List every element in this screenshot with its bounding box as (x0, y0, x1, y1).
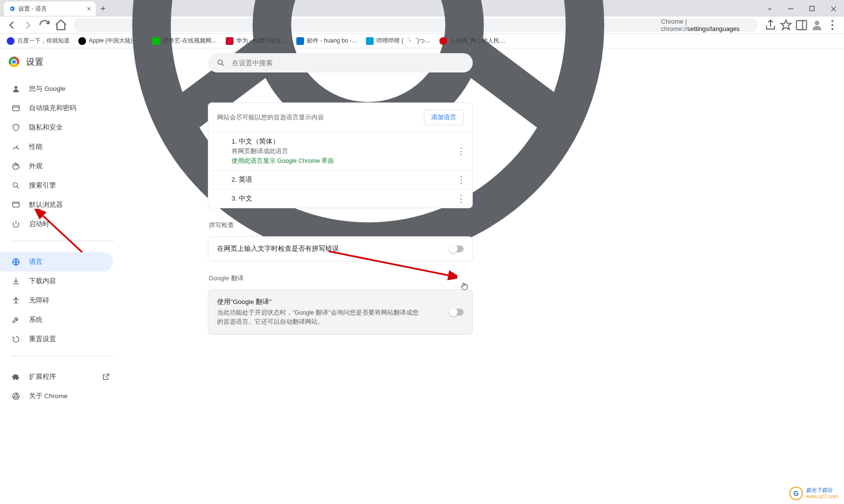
download-icon (12, 277, 20, 286)
svg-rect-0 (788, 8, 793, 9)
more-icon[interactable]: ⋮ (457, 193, 466, 204)
bookmark-item[interactable]: 人民网_网上的人民… (439, 37, 506, 45)
favicon (296, 37, 304, 45)
svg-rect-18 (13, 202, 19, 207)
side-panel-button[interactable] (795, 18, 808, 32)
google-translate-card: 使用"Google 翻译" 当此功能处于开启状态时，"Google 翻译"会询问… (208, 289, 473, 335)
chrome-logo-icon (9, 57, 19, 67)
sidebar-item-downloads[interactable]: 下载内容 (0, 272, 113, 291)
maximize-button[interactable] (801, 1, 823, 16)
settings-search-input[interactable] (232, 59, 464, 67)
svg-point-9 (831, 28, 833, 30)
sidebar-item-languages[interactable]: 语言 (0, 252, 113, 272)
preferred-languages-hint: 网站会尽可能以您的首选语言显示内容 (217, 113, 324, 122)
accessibility-icon (12, 296, 20, 305)
spell-check-toggle[interactable] (450, 245, 464, 252)
svg-point-10 (218, 60, 222, 64)
home-button[interactable] (54, 18, 68, 32)
settings-search[interactable] (208, 53, 473, 72)
bookmark-item[interactable]: Apple (中国大陆) - … (78, 37, 144, 45)
sidebar-item-reset[interactable]: 重置设置 (0, 330, 113, 349)
svg-point-15 (15, 164, 16, 165)
language-item: 2. 英语 ⋮ (208, 170, 472, 189)
svg-rect-1 (809, 6, 814, 10)
shield-icon (12, 123, 20, 132)
window-close-button[interactable] (823, 1, 844, 16)
browser-icon (12, 201, 20, 209)
language-item: 1. 中文（简体） 将网页翻译成此语言 使用此语言显示 Google Chrom… (208, 132, 472, 170)
svg-point-8 (831, 24, 833, 26)
chrome-icon (12, 392, 20, 401)
sidebar-item-appearance[interactable]: 外观 (0, 157, 113, 176)
sidebar-item-performance[interactable]: 性能 (0, 137, 113, 157)
sidebar-item-you-and-google[interactable]: 您与 Google (0, 79, 113, 99)
toolbar: Chrome | chrome://settings/languages (0, 16, 844, 34)
bookmark-item[interactable]: 邮件 - huang bo -… (296, 37, 357, 45)
tabs-dropdown-button[interactable] (759, 1, 780, 16)
content: 首选语言 网站会尽可能以您的首选语言显示内容 添加语言 1. 中文（简体） 将网… (125, 75, 844, 406)
more-icon[interactable]: ⋮ (457, 146, 466, 157)
bookmark-star-button[interactable] (779, 18, 793, 32)
language-item: 3. 中文 ⋮ (208, 189, 472, 208)
watermark-logo-icon: G (789, 487, 803, 500)
preferred-languages-card: 网站会尽可能以您的首选语言显示内容 添加语言 1. 中文（简体） 将网页翻译成此… (208, 102, 473, 208)
page-title: 设置 (26, 56, 44, 68)
sidebar-item-system[interactable]: 系统 (0, 310, 113, 330)
window-controls (759, 1, 844, 16)
favicon (152, 37, 160, 45)
reload-button[interactable] (38, 18, 51, 32)
svg-point-17 (13, 183, 17, 187)
globe-icon (12, 258, 20, 266)
favicon (7, 37, 15, 45)
person-icon (12, 85, 20, 93)
google-translate-toggle[interactable] (450, 309, 464, 316)
svg-point-22 (13, 393, 19, 400)
svg-point-21 (15, 297, 17, 299)
sidebar-item-accessibility[interactable]: 无障碍 (0, 291, 113, 310)
sidebar-item-privacy[interactable]: 隐私和安全 (0, 118, 113, 137)
back-button[interactable] (5, 18, 18, 32)
share-button[interactable] (764, 18, 777, 32)
tab-title: 设置 - 语言 (18, 5, 47, 13)
minimize-button[interactable] (780, 1, 801, 16)
power-icon (12, 220, 20, 229)
sidebar-item-startup[interactable]: 启动时 (0, 215, 113, 234)
bookmark-item[interactable]: 百度一下，你就知道 (7, 37, 70, 45)
speed-icon (12, 143, 20, 151)
svg-point-11 (15, 86, 17, 89)
google-translate-label: 使用"Google 翻译" (217, 298, 450, 306)
close-icon[interactable]: × (87, 5, 91, 13)
menu-button[interactable] (826, 18, 839, 32)
forward-button[interactable] (21, 18, 35, 32)
url-scheme: Chrome (661, 18, 684, 25)
add-language-button[interactable]: 添加语言 (424, 110, 464, 125)
sidebar-item-autofill[interactable]: 自动填充和密码 (0, 99, 113, 118)
google-translate-desc: 当此功能处于开启状态时，"Google 翻译"会询问您是否要将网站翻译成您的首选… (217, 308, 450, 327)
spell-check-card: 在网页上输入文字时检查是否有拼写错误 (208, 236, 473, 261)
open-external-icon (102, 373, 110, 381)
sidebar-item-default-browser[interactable]: 默认浏览器 (0, 195, 113, 215)
sidebar: 您与 Google 自动填充和密码 隐私和安全 性能 外观 搜索引擎 默认浏览器… (0, 75, 125, 406)
profile-button[interactable] (810, 18, 824, 32)
section-google-translate: Google 翻译 (209, 274, 473, 283)
favicon (78, 37, 86, 45)
favicon (226, 37, 233, 45)
more-icon[interactable]: ⋮ (457, 174, 466, 185)
bookmark-item[interactable]: 爱奇艺-在线视频网… (152, 37, 217, 45)
svg-point-7 (831, 20, 833, 22)
sidebar-item-about[interactable]: 关于 Chrome (0, 387, 113, 406)
search-icon (217, 58, 225, 67)
favicon (366, 37, 374, 45)
url-path: settings/languages (687, 25, 740, 32)
bookmark-item[interactable]: 华为 - 构建万物互… (226, 37, 288, 45)
bookmark-item[interactable]: 哔哩哔哩 (゜-゜)つ… (366, 37, 430, 45)
sidebar-item-search-engine[interactable]: 搜索引擎 (0, 176, 113, 195)
autofill-icon (12, 104, 20, 113)
reset-icon (12, 335, 20, 344)
svg-rect-12 (13, 106, 19, 111)
svg-rect-4 (797, 20, 807, 29)
browser-tab[interactable]: 设置 - 语言 × (4, 1, 96, 16)
address-bar[interactable]: Chrome | chrome://settings/languages (73, 18, 758, 32)
sidebar-item-extensions[interactable]: 扩展程序 (0, 367, 113, 387)
favicon (439, 37, 447, 45)
